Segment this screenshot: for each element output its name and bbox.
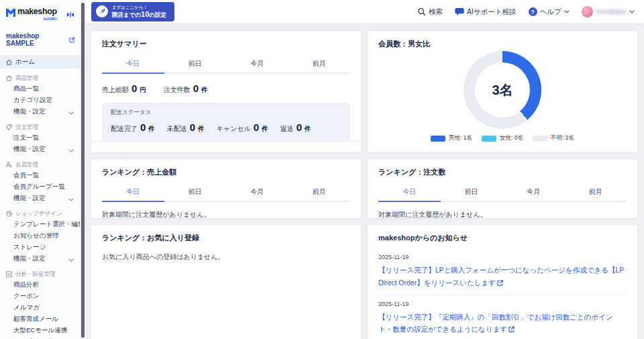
members-gender-card: 会員数：男女比 3名 男性: 1名 女性: 0名 [367,30,638,153]
user-name: tomokiabe [596,8,627,15]
sidebar-item-design-features[interactable]: 機能・設定 [0,253,80,264]
sidebar-item-product-analytics[interactable]: 商品分析 [0,279,80,291]
tab-last-month[interactable]: 前月 [288,56,351,74]
tab-this-month[interactable]: 今月 [226,184,288,202]
tab-yesterday[interactable]: 前日 [164,184,227,202]
check-undelivered-link[interactable]: 今日の未配送注文を確認する [102,152,190,153]
empty-message: お気に入り商品への登録はありません。 [102,252,350,262]
shop-name-link[interactable]: makeshop SAMPLE [0,21,80,47]
sidebar-item-mail-magazine[interactable]: メルマガ [0,302,80,313]
ai-support-button[interactable]: AIサポート相談 [455,7,517,17]
sidebar-item-member-groups[interactable]: 会員グループ一覧 [0,181,80,193]
onboarding-banner[interactable]: まずはここから！ 開店までの10の設定 [91,2,174,21]
search-icon [417,7,426,16]
sidebar-item-order-features[interactable]: 機能・設定 [0,144,80,155]
home-icon [5,58,13,66]
sidebar-item-order-list[interactable]: 注文一覧 [0,132,80,144]
tab-yesterday[interactable]: 前日 [164,56,227,74]
sidebar-collapse-icon[interactable] [66,9,74,21]
search-button[interactable]: 検索 [417,7,443,17]
legend-swatch [431,136,445,142]
delivery-status-box: 配送ステータス 配送完了 0 件 未配送 0 件 キ [102,103,350,141]
chevron-down-icon [564,10,570,13]
tab-this-month[interactable]: 今月 [226,56,288,74]
chart-icon [5,271,13,278]
tab-today[interactable]: 今日 [102,184,164,202]
sidebar-item-ec-mall-integration[interactable]: 大型ECモール連携 [0,325,80,336]
news-date: 2025-11-19 [378,301,627,307]
tab-yesterday[interactable]: 前日 [441,184,503,202]
tab-today[interactable]: 今日 [378,184,441,202]
makeshop-m-icon [6,7,15,19]
sidebar-item-member-features[interactable]: 機能・設定 [0,193,80,204]
returned-stat: 返送 0 件 [280,122,311,134]
sidebar-item-product-list[interactable]: 商品一覧 [0,83,80,95]
sidebar-nav: ホーム 商品管理 商品一覧 カテゴリ設定 機能・設定 注文管理 注文一覧 機能・… [0,55,80,339]
dashboard-content: 注文サマリー 今日 前日 今月 前月 売上総額 0 円 注文件数 0 [85,24,644,339]
sidebar-section-orders: 注文管理 [0,122,80,132]
sidebar-item-template-edit[interactable]: テンプレート選択・編集 [0,219,80,230]
order-summary-tabs: 今日 前日 今月 前月 [102,56,350,74]
tab-last-month[interactable]: 前月 [565,184,627,202]
sidebar-item-coupons[interactable]: クーポン [0,291,80,302]
news-list: 2025-11-19 【リリース完了】LPと購入フォームが一つになったページを作… [378,248,627,339]
order-stats: 売上総額 0 円 注文件数 0 件 [102,83,350,95]
brand-wordmark: makeshop [17,7,57,16]
ranking-orders-card: ランキング：注文数 今日 前日 今月 前月 対象期間に注文履歴がありません。 [367,158,638,219]
card-title: 注文サマリー [102,39,350,49]
sales-total-stat: 売上総額 0 円 [102,83,146,95]
chat-icon [455,7,464,16]
scrollbar-thumb[interactable] [81,3,85,338]
tab-last-month[interactable]: 前月 [288,184,351,202]
avatar [582,6,593,17]
card-title: ランキング：注文数 [378,167,627,177]
sidebar-item-category-settings[interactable]: カテゴリ設定 [0,95,80,106]
main-area: まずはここから！ 開店までの10の設定 検索 AIサポート相談 ヘルプ [85,0,644,339]
sidebar: makeshop byGMO makeshop SAMPLE ホーム 商品管理 … [0,0,80,339]
sidebar-item-storage[interactable]: ストレージ [0,242,80,253]
sidebar-item-announcements[interactable]: お知らせの管理 [0,230,80,242]
sidebar-item-web-ads[interactable]: WEB広告配信 [0,336,80,339]
sidebar-item-member-list[interactable]: 会員一覧 [0,170,80,181]
card-title: ランキング：お気に入り登録 [102,233,350,243]
legend-female: 女性: 0名 [482,134,523,142]
ranking-favorites-card: ランキング：お気に入り登録 お気に入り商品への登録はありません。 [91,224,362,339]
topbar: まずはここから！ 開店までの10の設定 検索 AIサポート相談 ヘルプ [85,0,644,24]
external-link-icon [497,280,503,286]
makeshop-logo[interactable]: makeshop byGMO [6,7,57,21]
donut-total-label: 3名 [464,51,541,129]
order-summary-card: 注文サマリー 今日 前日 今月 前月 売上総額 0 円 注文件数 0 [91,30,362,153]
legend-unknown: 不明: 2名 [533,134,574,142]
tab-this-month[interactable]: 今月 [502,184,565,202]
gender-donut-chart: 3名 [464,51,541,129]
sidebar-section-analytics: 分析・販促管理 [0,269,80,279]
news-date: 2025-11-19 [378,254,627,260]
palette-icon [5,210,13,217]
help-menu[interactable]: ヘルプ [529,7,570,17]
order-count-stat: 注文件数 0 件 [164,83,208,95]
news-item: 2025-11-19 【リリース完了】『定期購入』の「回数割引」でお届け回数ごと… [378,295,627,339]
sidebar-section-shop-design: ショップデザイン [0,209,80,219]
help-icon [529,7,537,16]
user-icon [5,161,13,168]
chevron-down-icon [68,109,74,116]
news-link[interactable]: 【リリース完了】『定期購入』の「回数割引」でお届け回数ごとのポイント・数量の設定… [378,313,613,334]
sidebar-item-home[interactable]: ホーム [0,55,80,68]
legend-male: 男性: 1名 [431,134,472,142]
sidebar-item-customer-nurture-mail[interactable]: 顧客育成メール [0,313,80,325]
byline-gmo: byGMO [44,17,57,21]
package-icon [5,75,13,82]
ranking-orders-tabs: 今日 前日 今月 前月 [378,184,627,202]
user-menu[interactable]: tomokiabe [582,6,635,17]
ranking-sales-tabs: 今日 前日 今月 前月 [102,184,350,202]
tab-today[interactable]: 今日 [102,56,164,74]
news-link[interactable]: 【リリース完了】LPと購入フォームが一つになったページを作成できる【LP Dir… [378,266,624,287]
sidebar-scrollbar[interactable] [80,0,85,339]
banner-line2: 開店までの10の設定 [112,10,166,19]
makeshop-admin-app: makeshop byGMO makeshop SAMPLE ホーム 商品管理 … [0,0,644,339]
cancelled-stat: キャンセル 0 件 [217,122,268,134]
news-item: 2025-11-19 【リリース完了】LPと購入フォームが一つになったページを作… [378,248,627,295]
sidebar-section-products: 商品管理 [0,73,80,83]
empty-message: 対象期間に注文履歴がありません。 [102,210,350,219]
sidebar-item-product-features[interactable]: 機能・設定 [0,106,80,117]
